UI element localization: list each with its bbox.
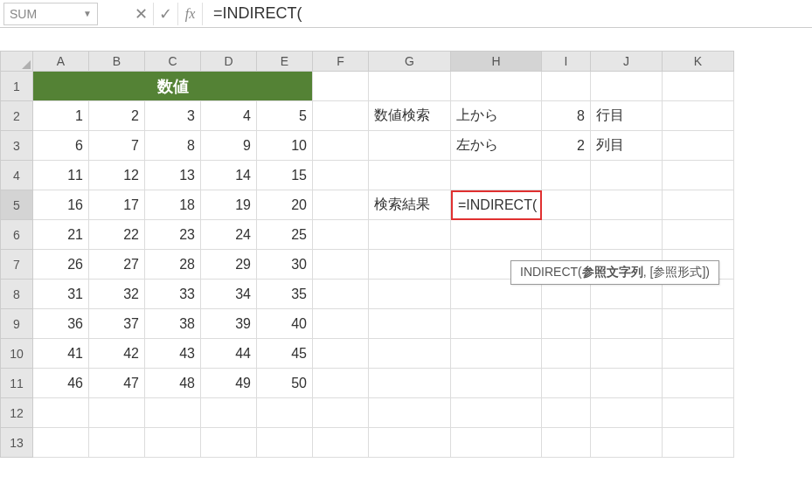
cell-A3[interactable]: 6 <box>33 131 89 161</box>
col-header-G[interactable]: G <box>369 51 451 72</box>
cell-E4[interactable]: 15 <box>257 161 313 190</box>
formula-input[interactable]: =INDIRECT( <box>203 4 809 23</box>
cell-B5[interactable]: 17 <box>89 190 145 220</box>
cell-G3[interactable] <box>369 131 451 161</box>
cell-G1[interactable] <box>369 72 451 101</box>
row-header-2[interactable]: 2 <box>0 101 33 131</box>
cell-F5[interactable] <box>313 190 369 220</box>
cell-E5[interactable]: 20 <box>257 190 313 220</box>
cell-G4[interactable] <box>369 161 451 190</box>
cell-F4[interactable] <box>313 161 369 190</box>
cell-A10[interactable]: 41 <box>33 339 89 369</box>
cell-D3[interactable]: 9 <box>201 131 257 161</box>
col-header-I[interactable]: I <box>542 51 591 72</box>
row-header-12[interactable]: 12 <box>0 398 33 428</box>
cell-E7[interactable]: 30 <box>257 250 313 280</box>
cell-I13[interactable] <box>542 428 591 458</box>
row-header-4[interactable]: 4 <box>0 161 33 190</box>
cell-E3[interactable]: 10 <box>257 131 313 161</box>
cell-E2[interactable]: 5 <box>257 101 313 131</box>
accept-formula-button[interactable]: ✓ <box>154 3 178 25</box>
cell-C4[interactable]: 13 <box>145 161 201 190</box>
row-header-13[interactable]: 13 <box>0 428 33 458</box>
cell-H1[interactable] <box>451 72 542 101</box>
cell-C10[interactable]: 43 <box>145 339 201 369</box>
cell-J2[interactable]: 行目 <box>591 101 663 131</box>
cell-A4[interactable]: 11 <box>33 161 89 190</box>
cell-J5[interactable] <box>591 190 663 220</box>
cell-A12[interactable] <box>33 398 89 428</box>
cell-K3[interactable] <box>663 131 734 161</box>
col-header-D[interactable]: D <box>201 51 257 72</box>
cell-A7[interactable]: 26 <box>33 250 89 280</box>
cell-G5[interactable]: 検索結果 <box>369 190 451 220</box>
cell-D13[interactable] <box>201 428 257 458</box>
cell-K4[interactable] <box>663 161 734 190</box>
cell-D2[interactable]: 4 <box>201 101 257 131</box>
cell-C11[interactable]: 48 <box>145 369 201 398</box>
cell-E13[interactable] <box>257 428 313 458</box>
cell-J13[interactable] <box>591 428 663 458</box>
col-header-J[interactable]: J <box>591 51 663 72</box>
cell-D12[interactable] <box>201 398 257 428</box>
cell-D6[interactable]: 24 <box>201 220 257 250</box>
col-header-F[interactable]: F <box>313 51 369 72</box>
row-header-1[interactable]: 1 <box>0 72 33 101</box>
cell-H13[interactable] <box>451 428 542 458</box>
cell-K13[interactable] <box>663 428 734 458</box>
cell-G11[interactable] <box>369 369 451 398</box>
cell-K11[interactable] <box>663 369 734 398</box>
col-header-H[interactable]: H <box>451 51 542 72</box>
cell-H10[interactable] <box>451 339 542 369</box>
cell-B7[interactable]: 27 <box>89 250 145 280</box>
cell-E10[interactable]: 45 <box>257 339 313 369</box>
cell-K6[interactable] <box>663 220 734 250</box>
cell-F12[interactable] <box>313 398 369 428</box>
cell-G10[interactable] <box>369 339 451 369</box>
row-header-5[interactable]: 5 <box>0 190 33 220</box>
cell-J9[interactable] <box>591 309 663 339</box>
cell-K12[interactable] <box>663 398 734 428</box>
cell-E12[interactable] <box>257 398 313 428</box>
cell-I11[interactable] <box>542 369 591 398</box>
cell-H6[interactable] <box>451 220 542 250</box>
cell-I5[interactable] <box>542 190 591 220</box>
cell-I12[interactable] <box>542 398 591 428</box>
cell-A5[interactable]: 16 <box>33 190 89 220</box>
cell-C12[interactable] <box>145 398 201 428</box>
cell-B10[interactable]: 42 <box>89 339 145 369</box>
cell-A6[interactable]: 21 <box>33 220 89 250</box>
cell-D9[interactable]: 39 <box>201 309 257 339</box>
cell-I3[interactable]: 2 <box>542 131 591 161</box>
row-header-3[interactable]: 3 <box>0 131 33 161</box>
cell-H4[interactable] <box>451 161 542 190</box>
cell-B2[interactable]: 2 <box>89 101 145 131</box>
row-header-11[interactable]: 11 <box>0 369 33 398</box>
cell-A11[interactable]: 46 <box>33 369 89 398</box>
cell-F1[interactable] <box>313 72 369 101</box>
cell-G13[interactable] <box>369 428 451 458</box>
cell-F6[interactable] <box>313 220 369 250</box>
cell-I10[interactable] <box>542 339 591 369</box>
cell-C8[interactable]: 33 <box>145 280 201 309</box>
cell-B11[interactable]: 47 <box>89 369 145 398</box>
cell-J12[interactable] <box>591 398 663 428</box>
cell-J4[interactable] <box>591 161 663 190</box>
cell-H3[interactable]: 左から <box>451 131 542 161</box>
cell-B9[interactable]: 37 <box>89 309 145 339</box>
row-header-6[interactable]: 6 <box>0 220 33 250</box>
cell-C6[interactable]: 23 <box>145 220 201 250</box>
cell-C9[interactable]: 38 <box>145 309 201 339</box>
cell-F11[interactable] <box>313 369 369 398</box>
cell-I6[interactable] <box>542 220 591 250</box>
cell-K9[interactable] <box>663 309 734 339</box>
cell-K2[interactable] <box>663 101 734 131</box>
select-all-corner[interactable] <box>0 51 33 72</box>
cell-A9[interactable]: 36 <box>33 309 89 339</box>
cell-B4[interactable]: 12 <box>89 161 145 190</box>
cell-G8[interactable] <box>369 280 451 309</box>
cell-D4[interactable]: 14 <box>201 161 257 190</box>
cell-E9[interactable]: 40 <box>257 309 313 339</box>
cell-J1[interactable] <box>591 72 663 101</box>
cell-B12[interactable] <box>89 398 145 428</box>
